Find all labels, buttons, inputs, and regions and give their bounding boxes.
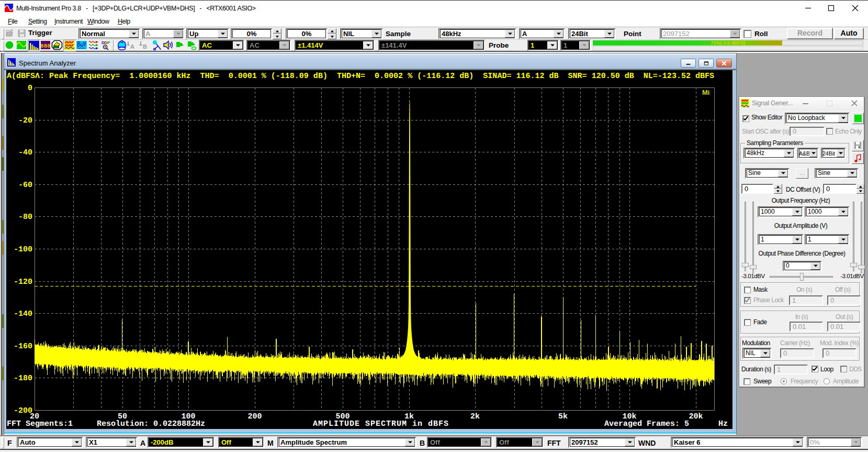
svg-text:Mi: Mi xyxy=(702,89,709,96)
svg-text:-120: -120 xyxy=(14,278,32,286)
svg-text:-40: -40 xyxy=(18,148,32,157)
svg-text:FFT Segments:1: FFT Segments:1 xyxy=(7,420,73,428)
svg-text:-180: -180 xyxy=(14,374,32,383)
svg-text:A: A xyxy=(130,43,134,50)
svg-text:-60: -60 xyxy=(18,181,32,190)
svg-text:DUT: DUT xyxy=(77,42,86,48)
svg-text:888: 888 xyxy=(40,43,51,49)
svg-text:20k: 20k xyxy=(689,412,703,421)
svg-text:-140: -140 xyxy=(14,310,32,318)
svg-text:5k: 5k xyxy=(558,412,568,421)
svg-text:Hz: Hz xyxy=(718,420,728,428)
svg-text:0: 0 xyxy=(28,84,32,93)
svg-text:Averaged Frames: 5: Averaged Frames: 5 xyxy=(604,420,689,428)
svg-text:Resolution: 0.0228882Hz: Resolution: 0.0228882Hz xyxy=(97,420,205,428)
svg-text:A(dBFSΛ: Peak Frequency= 1.00: A(dBFSΛ: Peak Frequency= 1.0000160 kHz T… xyxy=(7,72,714,81)
svg-text:200: 200 xyxy=(247,412,262,421)
svg-text:-160: -160 xyxy=(14,342,32,351)
svg-text:-20: -20 xyxy=(18,116,32,125)
svg-text:P: P xyxy=(107,40,110,45)
svg-text:B: B xyxy=(143,43,147,50)
svg-text:AMPLITUDE SPECTRUM in dBFS: AMPLITUDE SPECTRUM in dBFS xyxy=(313,420,448,428)
svg-text:-80: -80 xyxy=(18,213,32,222)
svg-text:-100: -100 xyxy=(14,245,32,254)
svg-text:2k: 2k xyxy=(470,412,480,421)
